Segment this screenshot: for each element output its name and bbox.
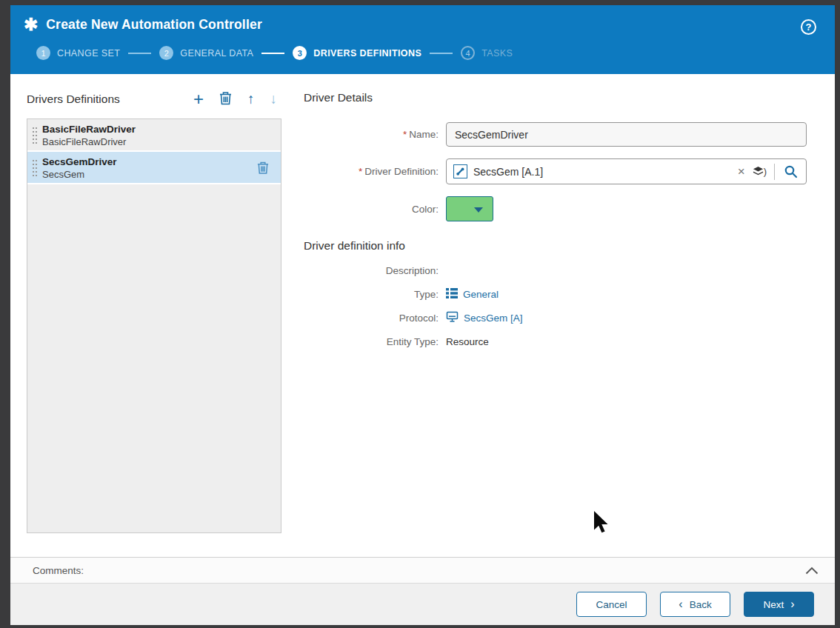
arrow-down-icon: ↓	[270, 92, 278, 107]
driver-details-title: Driver Details	[304, 91, 814, 104]
comments-bar: Comments:	[10, 557, 835, 584]
driver-definition-name: SecsGem	[42, 169, 273, 181]
driver-definition-name: BasicFileRawDriver	[42, 136, 273, 149]
required-marker: *	[403, 129, 407, 140]
list-item-secsgemdriver[interactable]: SecsGemDriver SecsGem	[27, 152, 281, 184]
step-3-label: DRIVERS DEFINITIONS	[313, 48, 421, 59]
driver-name: SecsGemDriver	[42, 156, 273, 169]
type-value-link[interactable]: General	[463, 289, 499, 300]
type-row: Type: General	[304, 287, 814, 301]
step-change-set[interactable]: 1 CHANGE SET	[36, 46, 120, 60]
drivers-toolbar: + ↑ ↓	[193, 91, 281, 107]
search-icon[interactable]	[782, 164, 799, 178]
wizard-asterisk-icon: ✱	[24, 16, 38, 33]
protocol-row: Protocol: SecsGem [A]	[304, 311, 814, 325]
step-4-label: TASKS	[481, 48, 513, 59]
chevron-left-icon: ‹	[679, 598, 682, 610]
clear-icon[interactable]: ×	[736, 165, 747, 178]
name-input[interactable]	[446, 122, 807, 147]
drag-handle-icon[interactable]	[33, 127, 39, 144]
step-2-circle: 2	[159, 46, 173, 60]
name-row: *Name:	[304, 122, 814, 147]
plus-icon: +	[193, 92, 204, 107]
drag-handle-icon[interactable]	[33, 160, 39, 176]
move-down-button[interactable]: ↓	[270, 92, 278, 107]
step-drivers-definitions[interactable]: 3 DRIVERS DEFINITIONS	[293, 46, 421, 60]
step-connector	[430, 53, 453, 54]
wizard-header: ✱ Create New Automation Controller ? 1 C…	[10, 5, 835, 74]
arrow-up-icon: ↑	[247, 92, 255, 107]
divider	[774, 164, 775, 180]
step-general-data[interactable]: 2 GENERAL DATA	[159, 46, 253, 60]
drivers-panel-title: Drivers Definitions	[27, 93, 120, 106]
color-swatch-button[interactable]	[446, 196, 493, 221]
trash-icon	[257, 166, 269, 177]
name-label: *Name:	[304, 129, 446, 140]
next-button[interactable]: Next ›	[744, 592, 814, 617]
step-connector	[128, 53, 151, 54]
protocol-monitor-icon	[446, 311, 459, 325]
step-1-label: CHANGE SET	[57, 48, 120, 59]
drivers-list: BasicFileRawDriver BasicFileRawDriver Se…	[27, 118, 281, 533]
description-label: Description:	[304, 265, 446, 276]
step-connector	[261, 53, 284, 54]
drivers-panel: Drivers Definitions +	[27, 89, 281, 557]
required-marker: *	[359, 166, 362, 177]
description-row: Description:	[304, 264, 814, 278]
chevron-down-icon	[474, 207, 483, 213]
driver-details-panel: Driver Details *Name: *Driver Definition…	[304, 89, 814, 557]
add-driver-button[interactable]: +	[193, 92, 204, 107]
step-2-label: GENERAL DATA	[180, 48, 253, 59]
dialog-title: Create New Automation Controller	[46, 17, 262, 33]
comments-label: Comments:	[33, 565, 84, 576]
driver-definition-row: *Driver Definition: SecsGem [A.1] × )	[304, 158, 814, 184]
driver-name: BasicFileRawDriver	[42, 123, 273, 136]
step-4-circle: 4	[461, 46, 475, 60]
step-3-circle: 3	[293, 46, 307, 60]
color-row: Color:	[304, 196, 814, 221]
create-automation-controller-dialog: ✱ Create New Automation Controller ? 1 C…	[10, 5, 835, 625]
type-label: Type:	[304, 289, 446, 300]
entity-link-icon	[453, 164, 467, 178]
entity-type-label: Entity Type:	[304, 336, 446, 347]
trash-icon	[219, 91, 232, 107]
collapse-chevron-icon[interactable]	[805, 567, 819, 575]
drivers-panel-header: Drivers Definitions +	[27, 91, 281, 107]
footer: Cancel ‹ Back Next ›	[10, 584, 835, 625]
title-row: ✱ Create New Automation Controller	[24, 16, 820, 33]
delete-driver-button[interactable]	[219, 91, 232, 107]
versions-icon[interactable]: )	[753, 166, 767, 177]
row-delete-button[interactable]	[257, 161, 269, 177]
protocol-label: Protocol:	[304, 313, 446, 324]
step-tasks: 4 TASKS	[461, 46, 513, 60]
step-1-circle: 1	[36, 46, 50, 60]
list-type-icon	[446, 288, 458, 301]
driver-definition-label: *Driver Definition:	[304, 166, 446, 177]
move-up-button[interactable]: ↑	[247, 92, 255, 107]
driver-definition-info-title: Driver definition info	[304, 239, 814, 253]
back-button[interactable]: ‹ Back	[660, 592, 730, 617]
driver-definition-value: SecsGem [A.1]	[473, 166, 730, 178]
wizard-steps: 1 CHANGE SET 2 GENERAL DATA 3 DRIVERS DE…	[36, 46, 820, 60]
driver-definition-picker[interactable]: SecsGem [A.1] × )	[446, 158, 807, 184]
main-content: Drivers Definitions +	[10, 74, 835, 557]
chevron-right-icon: ›	[790, 598, 794, 610]
entity-type-value: Resource	[446, 336, 489, 347]
cancel-button[interactable]: Cancel	[576, 592, 647, 617]
versions-suffix: )	[764, 166, 767, 177]
protocol-value-link[interactable]: SecsGem [A]	[464, 313, 523, 324]
color-label: Color:	[304, 204, 446, 215]
list-item-basicfilerawdriver[interactable]: BasicFileRawDriver BasicFileRawDriver	[27, 119, 281, 152]
entity-type-row: Entity Type: Resource	[304, 335, 814, 349]
help-icon[interactable]: ?	[801, 19, 816, 35]
